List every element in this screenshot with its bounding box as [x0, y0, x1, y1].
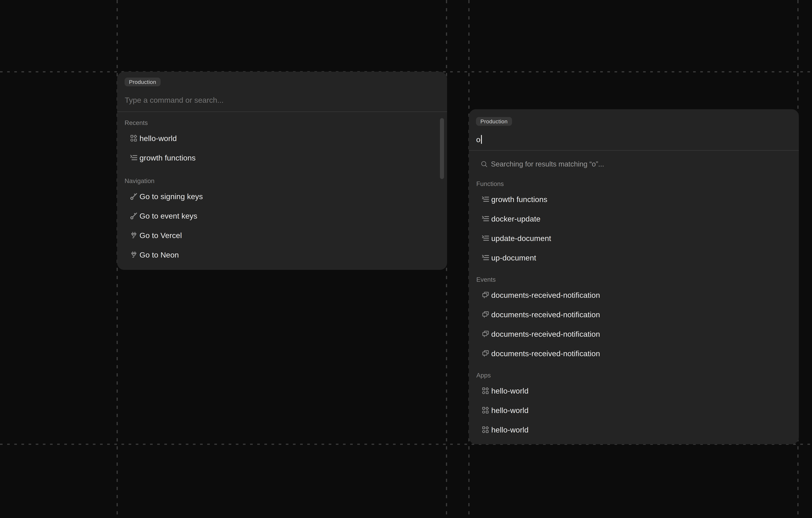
list-item[interactable]: up-document [469, 248, 799, 268]
palette-header: Production o [469, 109, 799, 150]
results-list: Recents hello-world growth functions Nav… [117, 112, 447, 265]
list-item-label: documents-received-notification [491, 291, 600, 300]
list-item[interactable]: documents-received-notification [469, 344, 799, 363]
list-item[interactable]: Go to event keys [117, 206, 447, 225]
list-item-label: hello-world [491, 406, 528, 415]
list-item-label: hello-world [140, 134, 177, 143]
function-icon [482, 215, 490, 223]
event-icon [482, 330, 490, 338]
canvas: Production Type a command or search... R… [0, 0, 812, 518]
list-item-label: hello-world [491, 386, 528, 395]
input-placeholder: Type a command or search... [125, 96, 224, 104]
list-item[interactable]: update-document [469, 228, 799, 248]
list-item-label: growth functions [491, 195, 547, 204]
section-label: Events [469, 274, 799, 285]
list-item-label: docker-update [491, 214, 541, 223]
function-icon [482, 234, 490, 242]
function-icon [482, 254, 490, 262]
list-item-label: up-document [491, 253, 536, 262]
list-item[interactable]: hello-world [469, 420, 799, 439]
command-search-input[interactable]: o [476, 135, 482, 144]
list-item[interactable]: documents-received-notification [469, 285, 799, 305]
list-item[interactable]: hello-world [117, 128, 447, 148]
scrollbar[interactable] [440, 118, 444, 179]
list-item-label: update-document [491, 234, 551, 243]
list-item[interactable]: growth functions [117, 148, 447, 167]
list-item-label: documents-received-notification [491, 349, 600, 358]
environment-badge[interactable]: Production [476, 117, 512, 126]
function-icon [482, 195, 490, 203]
command-palette-left: Production Type a command or search... R… [117, 72, 447, 270]
plug-icon [130, 251, 138, 259]
event-icon [482, 310, 490, 318]
list-item[interactable]: hello-world [469, 381, 799, 400]
section-label: Apps [469, 370, 799, 381]
list-item-label: Go to event keys [140, 211, 197, 220]
list-item[interactable]: Go to Vercel [117, 225, 447, 245]
list-item[interactable]: docker-update [469, 209, 799, 228]
list-item-label: Go to Vercel [140, 231, 182, 240]
app-icon [482, 406, 490, 414]
list-item[interactable]: Go to signing keys [117, 187, 447, 206]
list-item[interactable]: documents-received-notification [469, 305, 799, 324]
list-item[interactable]: hello-world [469, 400, 799, 420]
section-label: Functions [469, 178, 799, 189]
key-icon [130, 212, 138, 220]
event-icon [482, 291, 490, 299]
input-value: o [476, 135, 481, 144]
list-item-label: Go to Neon [140, 250, 179, 259]
event-icon [482, 349, 490, 358]
command-palette-right: Production o Searching for results match… [469, 109, 799, 444]
list-item-label: hello-world [491, 425, 528, 434]
list-item[interactable]: Go to Neon [117, 245, 447, 265]
command-search-input[interactable]: Type a command or search... [125, 95, 224, 105]
environment-badge[interactable]: Production [124, 78, 161, 86]
list-item-label: Go to signing keys [140, 192, 203, 201]
list-item-label: documents-received-notification [491, 310, 600, 319]
results-list: Searching for results matching “o”... Fu… [469, 151, 799, 439]
section-label: Recents [117, 117, 447, 128]
list-item[interactable]: growth functions [469, 189, 799, 209]
section-label: Navigation [117, 175, 447, 187]
app-icon [482, 387, 490, 395]
plug-icon [130, 231, 138, 239]
text-caret [481, 135, 482, 144]
app-icon [482, 426, 490, 434]
list-item[interactable]: documents-received-notification [469, 324, 799, 344]
palette-header: Production Type a command or search... [117, 72, 447, 112]
app-icon [130, 134, 138, 142]
key-icon [130, 192, 138, 201]
list-item-label: growth functions [140, 153, 196, 162]
function-icon [130, 154, 138, 162]
search-status-text: Searching for results matching “o”... [491, 160, 604, 168]
list-item-label: documents-received-notification [491, 330, 600, 338]
search-status-row: Searching for results matching “o”... [469, 151, 799, 178]
search-icon [480, 160, 488, 168]
